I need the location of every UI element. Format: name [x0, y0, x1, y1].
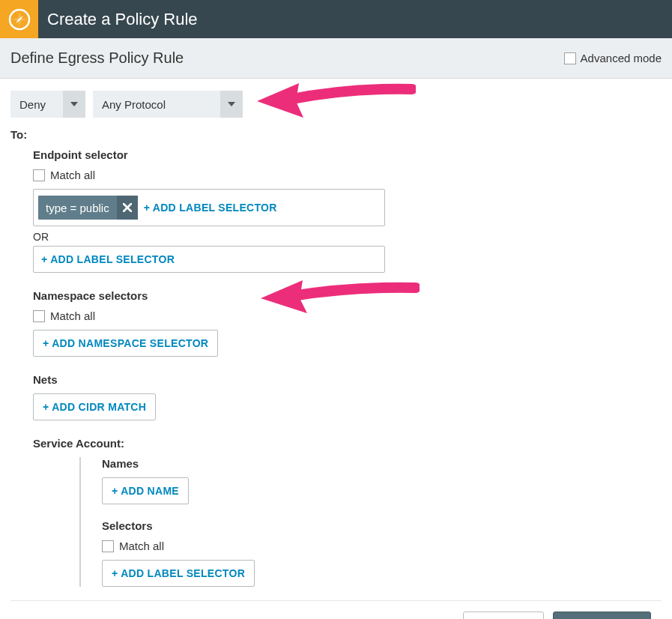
protocol-select[interactable]: Any Protocol — [93, 91, 243, 118]
match-all-label: Match all — [50, 169, 95, 181]
add-namespace-selector-button[interactable]: + ADD NAMESPACE SELECTOR — [33, 330, 218, 357]
save-rule-button[interactable]: SAVE RULE — [553, 612, 651, 619]
page-title: Create a Policy Rule — [47, 10, 198, 29]
add-name-button[interactable]: + ADD NAME — [102, 477, 189, 504]
namespace-match-all[interactable]: Match all — [33, 310, 662, 322]
endpoint-match-all-checkbox[interactable] — [33, 169, 45, 181]
app-logo — [0, 0, 38, 38]
service-account-heading: Service Account: — [33, 437, 662, 450]
label-chip-text: type = public — [38, 202, 117, 214]
or-label: OR — [33, 231, 662, 243]
advanced-mode-label: Advanced mode — [581, 52, 662, 64]
add-label-selector-button[interactable]: + ADD LABEL SELECTOR — [102, 560, 255, 587]
advanced-mode-toggle[interactable]: Advanced mode — [564, 52, 662, 64]
match-all-label: Match all — [119, 540, 164, 552]
form-body: Deny Any Protocol To: Endpoint selector … — [0, 79, 672, 587]
add-cidr-match-button[interactable]: + ADD CIDR MATCH — [33, 393, 156, 420]
subheader: Define Egress Policy Rule Advanced mode — [0, 38, 672, 79]
match-all-label: Match all — [50, 310, 95, 322]
action-select-value: Deny — [10, 98, 63, 111]
to-label: To: — [10, 128, 662, 141]
endpoint-or-selector-box[interactable]: + ADD LABEL SELECTOR — [33, 246, 385, 273]
namespace-match-all-checkbox[interactable] — [33, 310, 45, 322]
protocol-select-value: Any Protocol — [93, 98, 220, 111]
title-bar: Create a Policy Rule — [0, 0, 672, 38]
advanced-mode-checkbox[interactable] — [564, 52, 576, 64]
sa-match-all[interactable]: Match all — [102, 540, 662, 552]
sa-match-all-checkbox[interactable] — [102, 540, 114, 552]
subheader-title: Define Egress Policy Rule — [10, 49, 184, 67]
remove-chip-button[interactable] — [117, 196, 138, 220]
label-chip: type = public — [38, 196, 138, 220]
nets-heading: Nets — [33, 373, 662, 386]
close-icon — [123, 203, 132, 212]
namespace-selectors-heading: Namespace selectors — [33, 289, 662, 302]
caret-down-icon — [63, 91, 85, 118]
endpoint-label-selector-box[interactable]: type = public + ADD LABEL SELECTOR — [33, 189, 385, 226]
names-heading: Names — [102, 457, 662, 470]
footer-actions: CANCEL SAVE RULE — [0, 601, 672, 619]
add-label-selector-button[interactable]: + ADD LABEL SELECTOR — [144, 202, 277, 214]
endpoint-selector-heading: Endpoint selector — [33, 148, 662, 161]
cancel-button[interactable]: CANCEL — [463, 612, 544, 619]
action-select[interactable]: Deny — [10, 91, 85, 118]
caret-down-icon — [220, 91, 243, 118]
endpoint-match-all[interactable]: Match all — [33, 169, 662, 181]
compass-icon — [7, 7, 31, 31]
selectors-heading: Selectors — [102, 519, 662, 532]
add-label-selector-button[interactable]: + ADD LABEL SELECTOR — [41, 253, 175, 265]
